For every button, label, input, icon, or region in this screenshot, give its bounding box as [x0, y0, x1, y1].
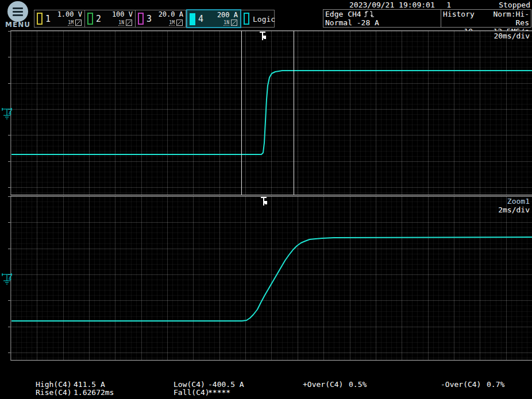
measurement-label: +Over(C4) — [303, 380, 343, 389]
history-label: History — [443, 10, 485, 27]
menu-label: MENU — [5, 21, 31, 29]
measurement-label: Rise(C4) — [36, 388, 72, 397]
channel-3-indicator[interactable]: 3 20.0 A 1M — [136, 10, 186, 27]
probe-icon — [176, 20, 183, 26]
measurement-value: ***** — [208, 388, 230, 397]
zoom1-title: Zoom1 — [498, 197, 530, 206]
zoom1-timebase-label: 2ms/div — [498, 206, 530, 214]
channel-2-scale: 100 V — [112, 10, 133, 18]
acquisition-mode: Norm:Hi-Res — [485, 10, 529, 27]
measurement-label: -Over(C4) — [441, 380, 481, 389]
channel-2-number: 2 — [96, 14, 101, 24]
oscilloscope-screen: MENU 1 1.00 V 1M 2 100 V 1N 3 20.0 A — [0, 0, 532, 399]
svg-text:4: 4 — [9, 111, 11, 116]
channel-3-impedance-icon: 1M — [169, 20, 175, 26]
hamburger-menu-icon — [7, 1, 28, 22]
ch4-zoom-trace — [11, 196, 532, 361]
trigger-type: Edge CH4 — [325, 10, 361, 18]
acquisition-count: 1 — [446, 1, 451, 9]
trigger-info-box: Edge CH4 Normal -28 A History Norm:Hi-Re… — [323, 9, 531, 28]
channel-4-impedance-icon: 1N — [223, 20, 229, 26]
probe-icon — [126, 20, 132, 26]
channel-1-indicator[interactable]: 1 1.00 V 1M — [34, 10, 85, 27]
datetime: 2023/09/21 19:09:01 — [349, 1, 435, 9]
probe-icon — [231, 20, 237, 26]
zoom1-waveform-grid[interactable]: Zoom1 2ms/div — [10, 196, 532, 361]
main-waveform-grid[interactable]: 20ms/div — [10, 30, 532, 195]
channel-4-indicator-selected[interactable]: 4 200 A 1N — [186, 9, 241, 28]
trigger-settings[interactable]: Edge CH4 Normal -28 A — [323, 10, 441, 27]
channel-3-number: 3 — [147, 14, 152, 24]
rising-falling-edge-icon — [364, 10, 375, 18]
channel-4-number: 4 — [198, 14, 203, 24]
channel-3-color-marker — [138, 13, 144, 25]
ch4-ground-level-marker-zoom[interactable]: 4 — [0, 271, 17, 289]
channel-1-color-marker — [37, 13, 43, 25]
measurement-readouts: High(C4) 411.5 A Rise(C4) 1.62672ms Low(… — [0, 379, 532, 399]
channel-bar: 1 1.00 V 1M 2 100 V 1N 3 20.0 A 1M — [34, 10, 275, 28]
measurement-value: -400.5 A — [208, 380, 244, 389]
measurement-label: High(C4) — [36, 380, 72, 389]
channel-2-indicator[interactable]: 2 100 V 1N — [85, 10, 136, 27]
channel-4-scale: 200 A — [217, 11, 238, 19]
logic-label: Logic — [253, 15, 275, 24]
channel-2-impedance-icon: 1N — [118, 20, 124, 26]
acquisition-settings[interactable]: History Norm:Hi-Res 10 12.5MS/s — [441, 10, 531, 27]
svg-text:4: 4 — [9, 276, 11, 281]
channel-2-color-marker — [87, 13, 93, 25]
channel-1-impedance-icon: 1M — [68, 20, 74, 26]
logic-indicator[interactable]: Logic — [241, 10, 274, 27]
channel-4-color-marker — [190, 13, 195, 25]
status-line: 2023/09/21 19:09:01 1 Stopped — [323, 1, 531, 9]
measurement-value: 0.5% — [349, 380, 367, 389]
channel-3-scale: 20.0 A — [159, 10, 183, 18]
channel-1-number: 1 — [45, 14, 51, 24]
measurement-label: Fall(C4) — [174, 388, 210, 397]
menu-button[interactable]: MENU — [5, 1, 31, 29]
main-timebase-label: 20ms/div — [494, 32, 530, 40]
channel-1-scale: 1.00 V — [57, 10, 82, 18]
ch4-ground-level-marker-main[interactable]: 4 — [0, 106, 17, 124]
trigger-mode-level: Normal -28 A — [325, 18, 439, 27]
zoom-trigger-position-marker[interactable] — [260, 197, 268, 207]
zoom-window-left-edge[interactable] — [241, 31, 242, 195]
logic-color-marker — [244, 13, 249, 25]
measurement-value: 0.7% — [487, 380, 504, 389]
measurement-value: 411.5 A — [74, 380, 105, 389]
run-status: Stopped — [499, 1, 530, 9]
ch4-main-trace — [11, 31, 532, 196]
measurement-label: Low(C4) — [174, 380, 205, 389]
probe-icon — [75, 20, 82, 26]
zoom-window-right-edge[interactable] — [294, 31, 294, 195]
measurement-value: 1.62672ms — [74, 388, 114, 397]
trigger-position-marker[interactable] — [259, 32, 267, 41]
